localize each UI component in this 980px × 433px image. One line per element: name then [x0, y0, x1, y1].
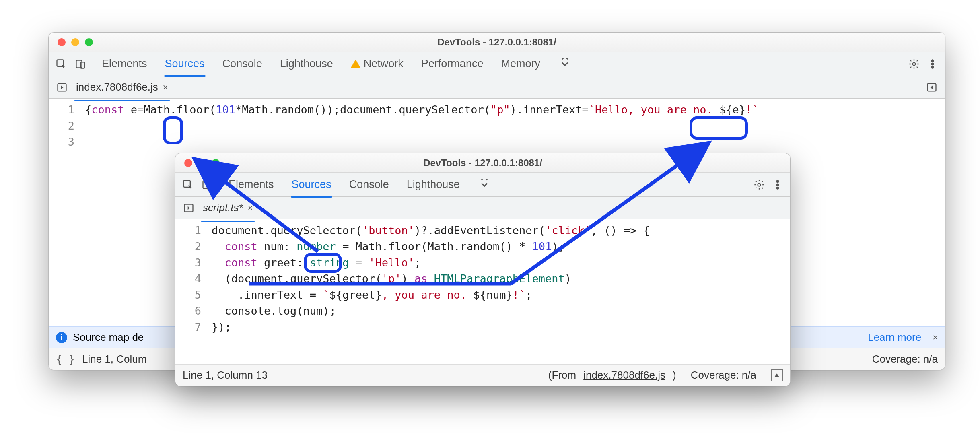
- code-content[interactable]: document.querySelector('button')?.addEve…: [208, 219, 790, 364]
- tab-network[interactable]: Network: [350, 53, 404, 75]
- code-token: `: [589, 103, 595, 116]
- pretty-print-icon[interactable]: { }: [56, 353, 75, 365]
- line-gutter: 1 2 3 4 5 6 7: [175, 219, 208, 364]
- svg-rect-1: [76, 60, 82, 68]
- code-token: ).innerText=: [510, 103, 589, 116]
- file-tab-row-secondary: script.ts* ×: [175, 197, 790, 219]
- code-token: number: [296, 240, 336, 253]
- code-token: );: [552, 240, 565, 253]
- close-window-button[interactable]: [184, 159, 192, 167]
- code-token: Math.floor(: [144, 103, 216, 116]
- file-tab-label: script.ts*: [203, 202, 243, 214]
- tab-console[interactable]: Console: [222, 53, 263, 75]
- minimize-window-button[interactable]: [71, 38, 79, 46]
- code-editor-secondary[interactable]: 1 2 3 4 5 6 7 document.querySelector('bu…: [175, 219, 790, 364]
- devtools-tabbar-main: Elements Sources Console Lighthouse Netw…: [49, 52, 945, 76]
- svg-point-6: [932, 66, 934, 68]
- code-token: 101: [532, 240, 552, 253]
- code-token: });: [212, 321, 231, 333]
- from-label: (From: [548, 369, 576, 381]
- line-number: 1: [175, 223, 201, 239]
- code-token: 'button': [362, 224, 414, 237]
- window-title: DevTools - 127.0.0.1:8081/: [175, 157, 790, 169]
- svg-point-14: [777, 184, 779, 186]
- inspect-element-icon[interactable]: [54, 56, 69, 72]
- close-tab-icon[interactable]: ×: [163, 82, 168, 93]
- settings-gear-icon[interactable]: [751, 177, 767, 192]
- code-token: e: [131, 103, 137, 116]
- code-token: :: [284, 240, 297, 253]
- tab-performance[interactable]: Performance: [420, 53, 484, 75]
- svg-point-5: [932, 63, 934, 65]
- tab-console[interactable]: Console: [348, 173, 390, 196]
- code-token: ${e}: [719, 103, 745, 116]
- more-tabs-icon[interactable]: [477, 177, 492, 192]
- code-token: const: [212, 256, 264, 269]
- svg-point-12: [758, 183, 761, 186]
- line-number: 4: [175, 271, 201, 287]
- code-token: Hello,: [595, 103, 634, 116]
- tab-sources[interactable]: Sources: [291, 173, 332, 196]
- line-number: 3: [49, 134, 74, 150]
- more-tabs-icon[interactable]: [557, 56, 572, 72]
- code-token: = Math.floor(Math.random() *: [336, 240, 532, 253]
- file-tab-row-main: index.7808df6e.js ×: [49, 76, 945, 99]
- file-tab-script-ts[interactable]: script.ts* ×: [201, 198, 255, 218]
- show-navigator-icon[interactable]: [54, 80, 70, 95]
- tab-lighthouse[interactable]: Lighthouse: [406, 173, 461, 196]
- code-token: ;: [525, 289, 532, 301]
- line-number: 5: [175, 287, 201, 303]
- tab-network-label: Network: [364, 58, 404, 70]
- source-file-link[interactable]: index.7808df6e.js: [583, 369, 665, 381]
- code-token: , () => {: [591, 224, 650, 237]
- coverage-label: Coverage: n/a: [691, 369, 756, 381]
- code-token: HTMLParagraphElement: [434, 272, 565, 285]
- titlebar-main: DevTools - 127.0.0.1:8081/: [49, 33, 945, 52]
- code-token: string: [310, 256, 349, 269]
- zoom-window-button[interactable]: [212, 159, 220, 167]
- code-token: ${greet}: [329, 289, 382, 301]
- code-token: )?.addEventListener(: [414, 224, 545, 237]
- inspect-element-icon[interactable]: [180, 177, 196, 192]
- svg-point-13: [777, 180, 779, 182]
- statusbar-secondary: Line 1, Column 13 (From index.7808df6e.j…: [175, 364, 790, 386]
- tab-memory[interactable]: Memory: [500, 53, 541, 75]
- show-navigator-icon[interactable]: [181, 200, 196, 216]
- file-tab-index-js[interactable]: index.7808df6e.js ×: [74, 77, 170, 97]
- code-token: document.querySelector(: [212, 224, 362, 237]
- line-number: 2: [49, 118, 74, 134]
- close-window-button[interactable]: [58, 38, 66, 46]
- close-tab-icon[interactable]: ×: [248, 203, 253, 213]
- show-console-icon[interactable]: [771, 369, 783, 381]
- toggle-device-icon[interactable]: [73, 56, 88, 72]
- show-debugger-icon[interactable]: [924, 80, 939, 95]
- tab-elements[interactable]: Elements: [228, 173, 275, 196]
- code-token: `: [323, 289, 329, 301]
- tab-sources[interactable]: Sources: [164, 53, 206, 75]
- window-controls: [175, 159, 220, 167]
- kebab-menu-icon[interactable]: [925, 56, 940, 72]
- line-gutter: 1 2 3: [49, 99, 81, 326]
- code-token: 101: [216, 103, 235, 116]
- learn-more-link[interactable]: Learn more: [868, 331, 921, 344]
- line-number: 7: [175, 319, 201, 335]
- code-token: !`: [513, 289, 526, 301]
- code-token: num: [264, 240, 284, 253]
- svg-point-15: [777, 187, 779, 189]
- kebab-menu-icon[interactable]: [770, 177, 785, 192]
- toggle-device-icon[interactable]: [200, 177, 215, 192]
- tab-elements[interactable]: Elements: [101, 53, 148, 75]
- code-token: ): [565, 272, 571, 285]
- code-token: *: [235, 103, 242, 116]
- code-token: as: [414, 272, 428, 285]
- info-icon: i: [56, 332, 67, 343]
- code-token: !`: [745, 103, 759, 116]
- zoom-window-button[interactable]: [85, 38, 93, 46]
- code-token: "p": [490, 103, 510, 116]
- tab-lighthouse[interactable]: Lighthouse: [279, 53, 334, 75]
- dismiss-infobar-icon[interactable]: ×: [933, 332, 938, 343]
- minimize-window-button[interactable]: [198, 159, 206, 167]
- code-token: 'p': [382, 272, 401, 285]
- settings-gear-icon[interactable]: [906, 56, 922, 72]
- cursor-position: Line 1, Colum: [82, 353, 146, 365]
